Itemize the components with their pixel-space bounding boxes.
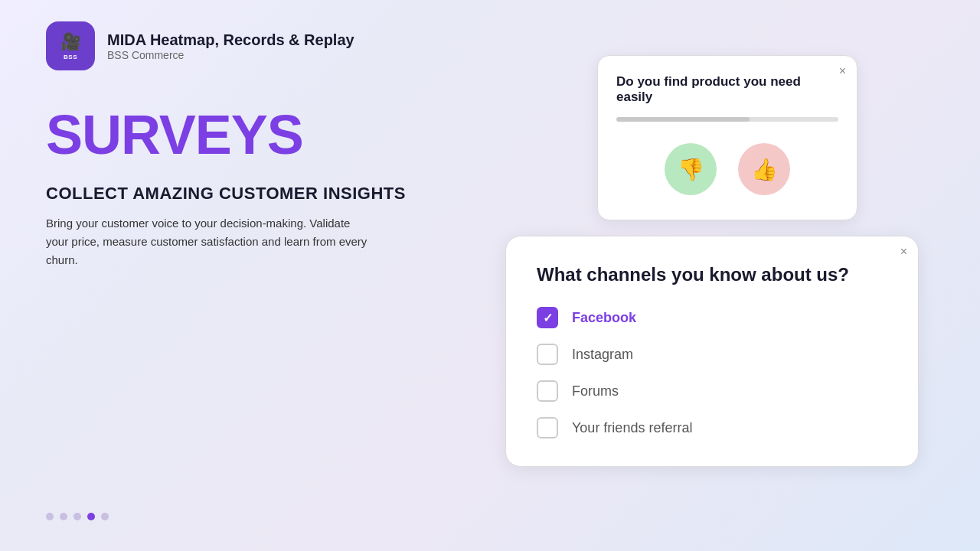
checkmark-icon: ✓ [543, 311, 553, 325]
progress-bar [616, 117, 838, 122]
card1-close-button[interactable]: × [839, 65, 846, 77]
thumbs-down-icon: 👎 [678, 157, 704, 182]
dot-5[interactable] [101, 513, 109, 520]
list-item: ✓ Facebook [537, 307, 887, 328]
list-item: Your friends referral [537, 417, 887, 439]
friends-referral-label: Your friends referral [572, 420, 692, 436]
app-title: MIDA Heatmap, Records & Replay [107, 31, 354, 49]
dot-1[interactable] [46, 513, 54, 520]
facebook-checkbox[interactable]: ✓ [537, 307, 558, 328]
app-logo: 🎥 BSS [46, 21, 95, 70]
friends-referral-checkbox[interactable] [537, 417, 558, 439]
header-text-block: MIDA Heatmap, Records & Replay BSS Comme… [107, 31, 354, 61]
pagination-dots [46, 513, 109, 520]
instagram-checkbox[interactable] [537, 344, 558, 365]
instagram-label: Instagram [572, 347, 633, 363]
app-subtitle: BSS Commerce [107, 49, 354, 61]
forums-checkbox[interactable] [537, 380, 558, 402]
thumbs-up-icon: 👍 [751, 157, 778, 182]
thumbs-down-button[interactable]: 👎 [665, 143, 717, 195]
dot-2[interactable] [60, 513, 67, 520]
card2-question: What channels you know about us? [537, 264, 887, 285]
list-item: Forums [537, 380, 887, 402]
logo-camera-icon: 🎥 [60, 32, 81, 52]
progress-fill [616, 117, 750, 122]
thumbs-container: 👎 👍 [616, 137, 838, 201]
logo-badge: BSS [64, 54, 77, 60]
checkbox-list: ✓ Facebook Instagram Forums Your friends… [537, 307, 887, 439]
channels-survey-card: × What channels you know about us? ✓ Fac… [505, 236, 919, 467]
thumbs-survey-card: × Do you find product you need easily 👎 … [597, 55, 858, 220]
description-text: Bring your customer voice to your decisi… [46, 214, 368, 269]
list-item: Instagram [537, 344, 887, 365]
card2-close-button[interactable]: × [900, 246, 907, 258]
forums-label: Forums [572, 383, 619, 399]
dot-3[interactable] [74, 513, 81, 520]
dot-4-active[interactable] [87, 513, 95, 520]
facebook-label: Facebook [572, 310, 636, 326]
thumbs-up-button[interactable]: 👍 [738, 143, 790, 195]
card1-question: Do you find product you need easily [616, 74, 838, 105]
